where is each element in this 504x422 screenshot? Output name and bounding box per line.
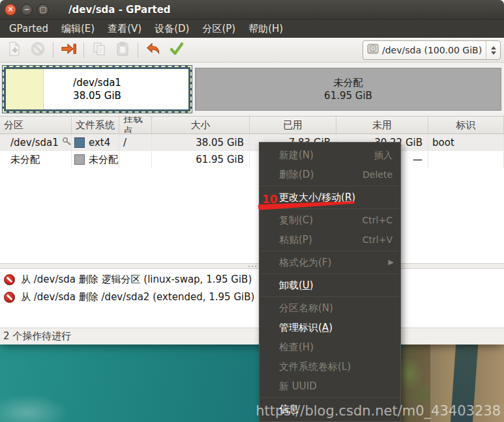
- context-menu-item[interactable]: 管理标识(A): [259, 318, 400, 337]
- apply-button[interactable]: [165, 40, 188, 61]
- menubar-item[interactable]: GParted: [3, 20, 55, 38]
- delete-operation-icon: [4, 274, 15, 285]
- toolbar-separator: [83, 42, 84, 58]
- partition-context-menu: 新建(N)插入删除(D)Delete更改大小/移动(R)复制(C)Ctrl+C粘…: [259, 142, 401, 422]
- spinner-up-icon: [491, 46, 496, 49]
- column-header[interactable]: 挂载点: [119, 117, 152, 134]
- partition-size: 38.05 GiB: [73, 89, 121, 102]
- column-header[interactable]: 未用: [336, 117, 428, 134]
- partition-path: /dev/sda1: [10, 137, 59, 148]
- menubar-item[interactable]: 编辑(E): [55, 20, 101, 38]
- toolbar: /dev/sda (100.00 GiB): [0, 38, 504, 63]
- status-bar: 2 个操作待进行: [0, 328, 504, 345]
- menubar-item[interactable]: 分区(P): [196, 20, 242, 38]
- table-cell: ext4: [72, 134, 119, 151]
- minimize-button[interactable]: −: [21, 4, 33, 16]
- menu-shortcut: Ctrl+C: [363, 210, 393, 230]
- column-header[interactable]: 标识: [428, 117, 504, 134]
- desktop-screen: ✕ − ▢ /dev/sda - GParted GParted编辑(E)查看(…: [0, 0, 504, 422]
- partition-path: 未分配: [10, 154, 40, 166]
- menu-shortcut: Delete: [363, 165, 393, 184]
- close-button[interactable]: ✕: [5, 4, 16, 16]
- context-menu-item: 新 UUID: [259, 376, 400, 396]
- device-selector-value: /dev/sda (100.00 GiB): [382, 45, 482, 55]
- column-header[interactable]: 文件系统: [72, 117, 119, 134]
- status-text: 2 个操作待进行: [3, 330, 71, 343]
- pending-operation-row: 从 /dev/sda 删除 逻辑分区 (linux-swap, 1.95 GiB…: [0, 271, 504, 288]
- copy-button[interactable]: [87, 40, 111, 61]
- splitter-grip: [255, 266, 256, 267]
- filesystem-label: 未分配: [89, 154, 118, 166]
- splitter-grip: [248, 266, 250, 267]
- toolbar-separator: [138, 42, 138, 58]
- column-header[interactable]: 分区: [0, 117, 72, 134]
- context-menu-item: 文件系统卷标(L): [259, 357, 400, 376]
- table-cell: 61.95 GiB: [152, 151, 250, 168]
- table-cell: [119, 151, 152, 168]
- watermark-text: https://blog.csdn.net/m0_43403238: [256, 403, 501, 419]
- table-cell: 未分配: [72, 151, 119, 168]
- menu-separator: [260, 186, 400, 186]
- table-header: 分区文件系统挂载点大小已用未用标识: [0, 117, 504, 134]
- filesystem-label: ext4: [89, 137, 110, 148]
- undo-button[interactable]: [141, 40, 165, 61]
- window-controls: ✕ − ▢: [5, 4, 49, 16]
- context-menu-item: 格式化为(F)▶: [259, 253, 400, 272]
- context-menu-item: 复制(C)Ctrl+C: [259, 210, 400, 230]
- submenu-arrow-icon: ▶: [389, 253, 394, 272]
- spinner-down-icon: [491, 51, 496, 55]
- partition-block-label: /dev/sda1 38.05 GiB: [6, 69, 188, 109]
- column-header[interactable]: 已用: [250, 117, 336, 134]
- partition-block-sda1[interactable]: /dev/sda1 38.05 GiB: [2, 65, 192, 113]
- menu-shortcut: 插入: [374, 145, 393, 165]
- hard-drive-icon: [366, 42, 379, 58]
- pending-operations-panel: 从 /dev/sda 删除 逻辑分区 (linux-swap, 1.95 GiB…: [0, 269, 504, 328]
- device-selector[interactable]: /dev/sda (100.00 GiB): [363, 40, 501, 60]
- resize-move-button[interactable]: [57, 40, 80, 61]
- menu-separator: [260, 251, 400, 251]
- table-row[interactable]: /dev/sda1ext4/38.05 GiB7.83 GiB30.22 GiB…: [0, 134, 504, 151]
- mount-point: /: [123, 137, 126, 148]
- operation-text: 从 /dev/sda 删除 逻辑分区 (linux-swap, 1.95 GiB…: [21, 274, 252, 286]
- delete-icon: [30, 41, 46, 59]
- menu-separator: [260, 397, 400, 398]
- copy-icon: [91, 41, 107, 59]
- context-menu-item: 检查(H): [259, 337, 400, 357]
- size-value: 38.05 GiB: [196, 137, 244, 148]
- partition-block-unallocated[interactable]: 未分配 61.95 GiB: [195, 68, 501, 111]
- context-menu-item: 新建(N)插入: [259, 145, 400, 165]
- size-value: 61.95 GiB: [196, 154, 244, 165]
- menubar-item[interactable]: 查看(V): [101, 20, 148, 38]
- toolbar-separator: [53, 42, 53, 58]
- wallpaper-foam: [0, 370, 98, 422]
- new-partition-button[interactable]: [3, 40, 26, 61]
- pane-splitter[interactable]: [0, 263, 504, 269]
- delete-partition-button[interactable]: [26, 40, 50, 61]
- menu-shortcut: Ctrl+V: [363, 230, 393, 249]
- partition-size: 61.95 GiB: [324, 89, 372, 102]
- title-bar[interactable]: ✕ − ▢ /dev/sda - GParted: [0, 0, 504, 20]
- device-selector-spinner[interactable]: [486, 41, 500, 59]
- resize-move-icon: [60, 41, 77, 59]
- table-body: /dev/sda1ext4/38.05 GiB7.83 GiB30.22 GiB…: [0, 134, 504, 168]
- filesystem-color-chip: [74, 137, 85, 148]
- flags-value: boot: [432, 137, 454, 148]
- table-cell: boot: [428, 134, 504, 151]
- new-partition-icon: [7, 41, 22, 59]
- table-row[interactable]: 未分配未分配61.95 GiB——: [0, 151, 504, 168]
- filesystem-color-chip: [74, 154, 85, 165]
- column-header[interactable]: 大小: [152, 117, 250, 134]
- menu-separator: [260, 296, 400, 297]
- partition-table: 分区文件系统挂载点大小已用未用标识 /dev/sda1ext4/38.05 Gi…: [0, 116, 504, 263]
- menubar-item[interactable]: 帮助(H): [242, 20, 289, 38]
- table-cell: /: [119, 134, 152, 151]
- delete-operation-icon: [4, 292, 15, 303]
- menubar-item[interactable]: 设备(D): [148, 20, 196, 38]
- table-empty-area: [0, 168, 504, 263]
- partition-name: 未分配: [334, 76, 363, 89]
- paste-button[interactable]: [111, 40, 134, 61]
- context-menu-item[interactable]: 卸载(U): [259, 275, 400, 295]
- maximize-button[interactable]: ▢: [37, 4, 49, 16]
- context-menu-item: 分区名称(N): [259, 298, 400, 318]
- table-cell: /dev/sda1: [0, 134, 72, 151]
